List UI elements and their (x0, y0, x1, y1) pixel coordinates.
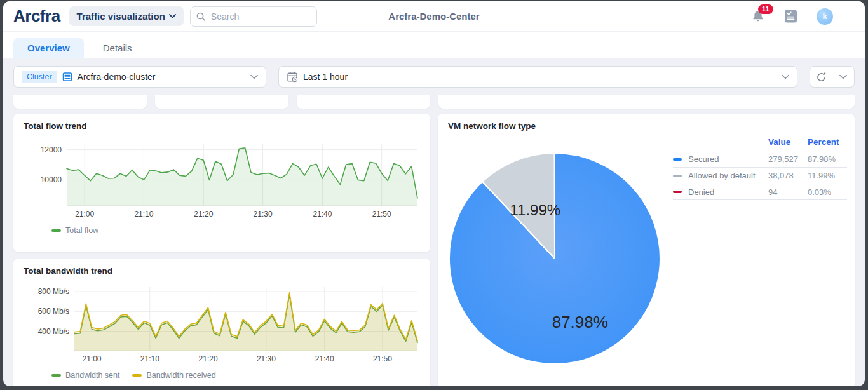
total-flow-line-chart[interactable]: 120001000021:0021:1021:2021:3021:4021:50 (24, 135, 420, 225)
svg-text:11.99%: 11.99% (510, 201, 560, 219)
chevron-down-icon (169, 14, 176, 18)
scrolled-cards-row (13, 95, 855, 109)
scrolled-card-partial (438, 95, 855, 109)
svg-text:21:30: 21:30 (254, 210, 273, 219)
filter-bar: Cluster Arcfra-demo-cluster Last 1 h (3, 58, 865, 94)
dashboard-content: Total flow trend 120001000021:0021:1021:… (3, 94, 865, 386)
svg-text:400 Mb/s: 400 Mb/s (38, 327, 69, 336)
table-row: Allowed by default 38,078 11.99% (673, 167, 847, 184)
page-tabs: Overview Details (3, 32, 865, 58)
legend-item-bandwidth-received[interactable]: Bandwidth received (132, 371, 215, 380)
site-title: Arcfra-Demo-Center (388, 11, 479, 22)
app-menu-label: Traffic visualization (77, 11, 165, 22)
cluster-value: Arcfra-demo-cluster (78, 72, 156, 82)
vm-network-flow-type-card: VM network flow type 87.98%11.99% Value … (438, 114, 855, 386)
time-range-selector[interactable]: Last 1 hour (278, 66, 797, 88)
svg-text:21:00: 21:00 (75, 210, 94, 219)
legend-dash (132, 374, 142, 377)
app-window: Arcfra Traffic visualization Arcfra-Demo… (3, 1, 865, 386)
svg-text:21:30: 21:30 (257, 354, 276, 363)
legend-item-total-flow[interactable]: Total flow (51, 226, 98, 235)
card-title: Total bandwidth trend (24, 266, 420, 276)
cluster-tag: Cluster (22, 71, 57, 83)
legend-item-bandwidth-sent[interactable]: Bandwidth sent (51, 371, 119, 380)
card-title: VM network flow type (448, 121, 844, 131)
total-bandwidth-trend-card: Total bandwidth trend 800 Mb/s600 Mb/s40… (13, 259, 430, 386)
vm-flow-table: Value Percent Secured 279,527 87.98% (673, 133, 847, 200)
refresh-button[interactable] (810, 67, 832, 87)
search-icon (196, 11, 206, 22)
chart-legend: Total flow (24, 226, 420, 235)
chevron-down-icon (250, 74, 258, 79)
chart-legend: Bandwidth sent Bandwidth received (24, 371, 420, 380)
svg-text:600 Mb/s: 600 Mb/s (38, 307, 69, 316)
checklist-icon (784, 9, 797, 24)
scrolled-card-partial (13, 95, 147, 109)
svg-text:21:20: 21:20 (194, 210, 213, 219)
table-row: Denied 94 0.03% (673, 184, 847, 200)
cluster-selector[interactable]: Cluster Arcfra-demo-cluster (13, 66, 266, 88)
svg-text:21:40: 21:40 (313, 210, 332, 219)
svg-text:10000: 10000 (41, 175, 62, 184)
svg-text:87.98%: 87.98% (552, 313, 608, 332)
audit-log-button[interactable] (784, 9, 797, 24)
user-avatar[interactable]: k (817, 8, 833, 25)
svg-text:21:00: 21:00 (82, 354, 101, 363)
vm-flow-pie-chart[interactable]: 87.98%11.99% (447, 151, 663, 366)
svg-text:21:10: 21:10 (140, 354, 159, 363)
search-input[interactable] (190, 6, 317, 27)
arcfra-logo: Arcfra (13, 6, 60, 26)
legend-dash (51, 229, 61, 232)
top-bar: Arcfra Traffic visualization Arcfra-Demo… (3, 1, 865, 32)
time-range-value: Last 1 hour (303, 72, 348, 82)
cluster-icon (62, 72, 72, 82)
total-flow-trend-card: Total flow trend 120001000021:0021:1021:… (13, 114, 430, 252)
svg-text:21:40: 21:40 (315, 354, 334, 363)
series-dash (673, 175, 682, 177)
svg-text:21:50: 21:50 (373, 354, 392, 363)
column-header-value: Value (768, 137, 808, 147)
scrolled-card-partial (297, 95, 430, 109)
legend-dash (51, 374, 61, 377)
calendar-clock-icon (287, 71, 298, 83)
app-menu-button[interactable]: Traffic visualization (69, 6, 184, 26)
svg-text:12000: 12000 (41, 145, 62, 154)
left-column: Total flow trend 120001000021:0021:1021:… (13, 114, 430, 386)
search-box (190, 6, 317, 27)
notification-badge: 11 (758, 4, 773, 14)
series-dash (673, 191, 682, 193)
table-row: Secured 279,527 87.98% (673, 151, 847, 167)
svg-text:21:20: 21:20 (199, 354, 218, 363)
refresh-button-group (810, 66, 855, 88)
svg-text:800 Mb/s: 800 Mb/s (38, 287, 69, 296)
column-header-percent: Percent (808, 137, 847, 147)
chevron-down-icon (839, 74, 847, 79)
series-dash (673, 158, 682, 161)
table-header-row: Value Percent (673, 133, 847, 151)
svg-text:21:10: 21:10 (134, 210, 153, 219)
refresh-interval-button[interactable] (832, 67, 854, 87)
top-right-actions: 11 k (751, 8, 855, 25)
tab-overview[interactable]: Overview (13, 38, 84, 58)
chevron-down-icon (782, 74, 789, 79)
notifications-button[interactable]: 11 (751, 10, 765, 24)
tab-details[interactable]: Details (89, 38, 146, 58)
scrolled-card-partial (155, 95, 288, 109)
total-bandwidth-line-chart[interactable]: 800 Mb/s600 Mb/s400 Mb/s21:0021:1021:202… (24, 279, 420, 370)
refresh-icon (816, 72, 827, 83)
card-title: Total flow trend (24, 121, 420, 131)
svg-text:21:50: 21:50 (372, 210, 391, 219)
